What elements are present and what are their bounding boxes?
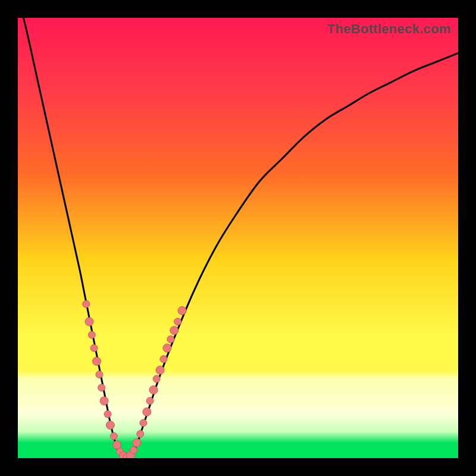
- data-point: [149, 386, 158, 394]
- data-point: [160, 356, 167, 363]
- data-point: [88, 331, 95, 339]
- chart-frame: TheBottleneck.com: [0, 0, 476, 476]
- data-point: [110, 433, 117, 440]
- data-point: [98, 384, 105, 392]
- data-point: [92, 357, 101, 365]
- plot-area: TheBottleneck.com: [18, 18, 458, 458]
- data-point: [106, 421, 114, 430]
- data-point: [153, 375, 160, 383]
- watermark-text: TheBottleneck.com: [327, 21, 451, 37]
- data-point: [133, 439, 141, 447]
- data-point: [163, 344, 171, 352]
- data-point: [104, 411, 111, 418]
- data-point: [174, 318, 181, 325]
- data-point-cluster: [83, 300, 186, 458]
- curve-layer: [18, 18, 458, 458]
- data-point: [170, 326, 178, 334]
- bottleneck-curve: [18, 18, 458, 458]
- data-point: [137, 430, 144, 437]
- data-point: [90, 345, 98, 352]
- data-point: [85, 318, 93, 326]
- data-point: [178, 306, 186, 315]
- data-point: [146, 397, 154, 405]
- data-point: [83, 300, 90, 308]
- data-point: [100, 397, 108, 405]
- data-point: [167, 336, 174, 343]
- data-point: [143, 408, 151, 416]
- data-point: [156, 366, 164, 374]
- data-point: [96, 371, 103, 378]
- data-point: [140, 419, 147, 427]
- data-point: [130, 447, 137, 454]
